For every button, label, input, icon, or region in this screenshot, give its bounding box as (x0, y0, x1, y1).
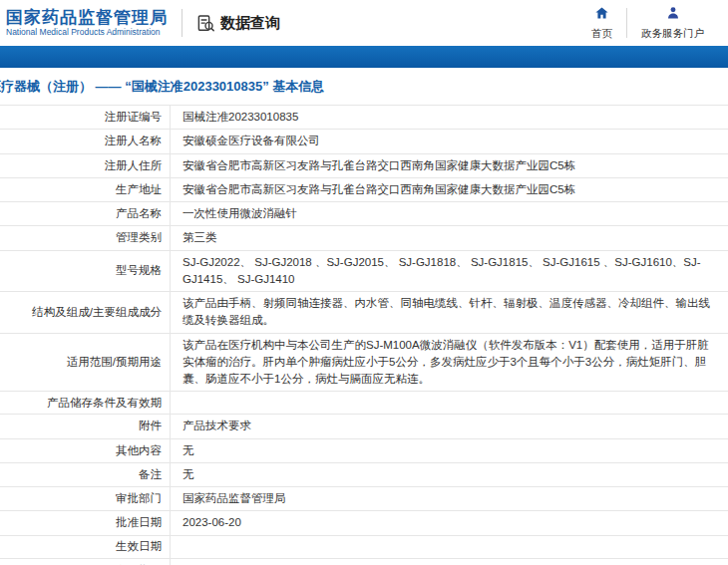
field-value: 产品技术要求 (171, 415, 728, 437)
home-icon (594, 6, 609, 24)
field-label: 管理类别 (0, 226, 171, 249)
field-label: 产品名称 (0, 202, 171, 225)
top-header: 国家药品监督管理局 National Medical Products Admi… (0, 0, 728, 46)
table-row: 产品储存条件及有效期 (0, 392, 728, 415)
field-value: 该产品由手柄、射频同轴连接器、内水管、同轴电缆线、针杆、辐射极、温度传感器、冷却… (171, 292, 728, 333)
field-value: 2028-06-19 (171, 559, 728, 565)
field-value: 安徽省合肥市高新区习友路与孔雀台路交口西南角国家健康大数据产业园C5栋 (171, 154, 728, 177)
field-value: 安徽省合肥市高新区习友路与孔雀台路交口西南角国家健康大数据产业园C5栋 (171, 178, 728, 201)
table-row: 适用范围/预期用途 该产品在医疗机构中与本公司生产的SJ-M100A微波消融仪（… (0, 334, 728, 393)
field-label: 生效日期 (0, 536, 171, 558)
field-value (171, 392, 728, 414)
field-label: 产品储存条件及有效期 (0, 392, 171, 414)
field-label: 生产地址 (0, 178, 171, 201)
field-value: 无 (171, 463, 728, 486)
table-row: 有效期至 2028-06-19 (0, 559, 728, 565)
field-value: 国械注准20233010835 (171, 106, 728, 129)
field-label: 审批部门 (0, 487, 171, 510)
registration-info-table: 注册证编号 国械注准20233010835 注册人名称 安徽硕金医疗设备有限公司… (0, 105, 728, 565)
field-value: 第三类 (171, 226, 728, 249)
field-label: 适用范围/预期用途 (0, 334, 171, 392)
field-label: 附件 (0, 415, 171, 437)
field-label: 其他内容 (0, 439, 171, 462)
table-row: 其他内容 无 (0, 439, 728, 463)
data-query-tab[interactable]: 数据查询 (196, 14, 280, 33)
primary-nav-bar (0, 46, 728, 68)
field-value: 该产品在医疗机构中与本公司生产的SJ-M100A微波消融仪（软件发布版本：V1）… (171, 334, 728, 392)
table-row: 产品名称 一次性使用微波消融针 (0, 202, 728, 226)
header-divider (182, 9, 182, 37)
field-label: 备注 (0, 463, 171, 486)
top-nav: 首页 政务服务门户 (577, 6, 718, 41)
field-label: 注册人名称 (0, 130, 171, 152)
table-row: 生效日期 (0, 536, 728, 559)
table-row: 注册证编号 国械注准20233010835 (0, 106, 728, 130)
data-query-icon (196, 14, 215, 33)
table-row: 管理类别 第三类 (0, 226, 728, 250)
field-label: 结构及组成/主要组成成分 (0, 292, 171, 333)
field-value: 一次性使用微波消融针 (171, 202, 728, 225)
page-title: 医疗器械（注册） —— “国械注准20233010835” 基本信息 (0, 68, 728, 105)
org-name-en: National Medical Products Administration (6, 28, 168, 38)
table-row: 注册人住所 安徽省合肥市高新区习友路与孔雀台路交口西南角国家健康大数据产业园C5… (0, 154, 728, 178)
field-label: 型号规格 (0, 251, 171, 292)
field-value: 安徽硕金医疗设备有限公司 (171, 130, 728, 152)
table-row: 注册人名称 安徽硕金医疗设备有限公司 (0, 130, 728, 153)
table-row: 批准日期 2023-06-20 (0, 511, 728, 535)
field-value: 2023-06-20 (171, 511, 728, 534)
table-row: 型号规格 SJ-GJ2022、 SJ-GJ2018 、SJ-GJ2015、 SJ… (0, 251, 728, 293)
org-name-cn: 国家药品监督管理局 (6, 8, 168, 28)
table-row: 生产地址 安徽省合肥市高新区习友路与孔雀台路交口西南角国家健康大数据产业园C5栋 (0, 178, 728, 202)
field-label: 注册人住所 (0, 154, 171, 177)
field-value: SJ-GJ2022、 SJ-GJ2018 、SJ-GJ2015、 SJ-GJ18… (171, 251, 728, 292)
field-value: 国家药品监督管理局 (171, 487, 728, 510)
nav-gov-portal-label: 政务服务门户 (641, 27, 704, 41)
table-row: 审批部门 国家药品监督管理局 (0, 487, 728, 511)
data-query-label: 数据查询 (220, 14, 280, 33)
site-logo: 国家药品监督管理局 National Medical Products Admi… (6, 8, 168, 37)
field-label: 有效期至 (0, 559, 171, 565)
table-row: 附件 产品技术要求 (0, 415, 728, 438)
field-label: 批准日期 (0, 511, 171, 534)
table-row: 结构及组成/主要组成成分 该产品由手柄、射频同轴连接器、内水管、同轴电缆线、针杆… (0, 292, 728, 334)
table-row: 备注 无 (0, 463, 728, 487)
field-value: 无 (171, 439, 728, 462)
nav-gov-portal[interactable]: 政务服务门户 (627, 6, 718, 41)
person-icon (666, 6, 680, 24)
nav-home-label: 首页 (591, 27, 612, 41)
field-label: 注册证编号 (0, 106, 171, 129)
field-value (171, 536, 728, 558)
nav-home[interactable]: 首页 (577, 6, 626, 41)
